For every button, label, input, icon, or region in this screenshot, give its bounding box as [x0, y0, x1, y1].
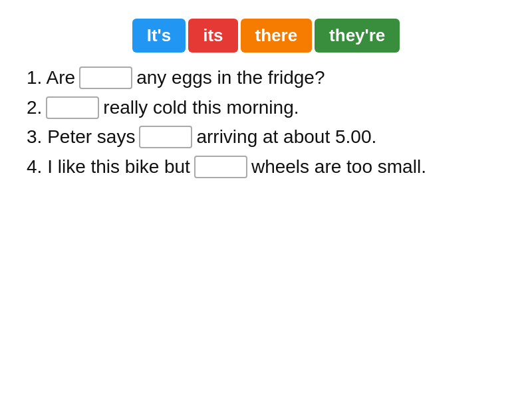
- sentence-4: 4. I like this bike but wheels are too s…: [27, 154, 512, 181]
- sentence-4-text-after: wheels are too small.: [251, 154, 426, 181]
- word-tile-its-lower[interactable]: its: [188, 19, 237, 53]
- sentence-1-text-after: any eggs in the fridge?: [136, 65, 325, 92]
- word-tile-there[interactable]: there: [241, 19, 313, 53]
- sentence-1-blank[interactable]: [79, 66, 132, 89]
- sentence-2-number: 2.: [27, 94, 42, 122]
- sentence-3: 3. Peter says arriving at about 5.00.: [27, 124, 512, 151]
- sentence-3-text-before: 3. Peter says: [27, 124, 135, 151]
- word-tile-its-capital[interactable]: It's: [132, 19, 186, 53]
- sentence-1: 1. Are any eggs in the fridge?: [27, 65, 512, 92]
- sentence-3-blank[interactable]: [139, 126, 192, 148]
- sentence-3-text-after: arriving at about 5.00.: [196, 124, 376, 151]
- word-bank: It's its there they're: [20, 19, 512, 53]
- sentence-2-blank[interactable]: [46, 96, 99, 119]
- sentence-2-text-after: really cold this morning.: [103, 94, 299, 122]
- main-container: It's its there they're 1. Are any eggs i…: [0, 0, 532, 399]
- sentence-1-text-before: 1. Are: [27, 65, 75, 92]
- sentence-4-blank[interactable]: [194, 156, 247, 178]
- sentence-4-text-before: 4. I like this bike but: [27, 154, 190, 181]
- sentence-2: 2. really cold this morning.: [27, 94, 512, 122]
- word-tile-theyre[interactable]: they're: [315, 19, 400, 53]
- sentences-section: 1. Are any eggs in the fridge? 2. really…: [20, 65, 512, 180]
